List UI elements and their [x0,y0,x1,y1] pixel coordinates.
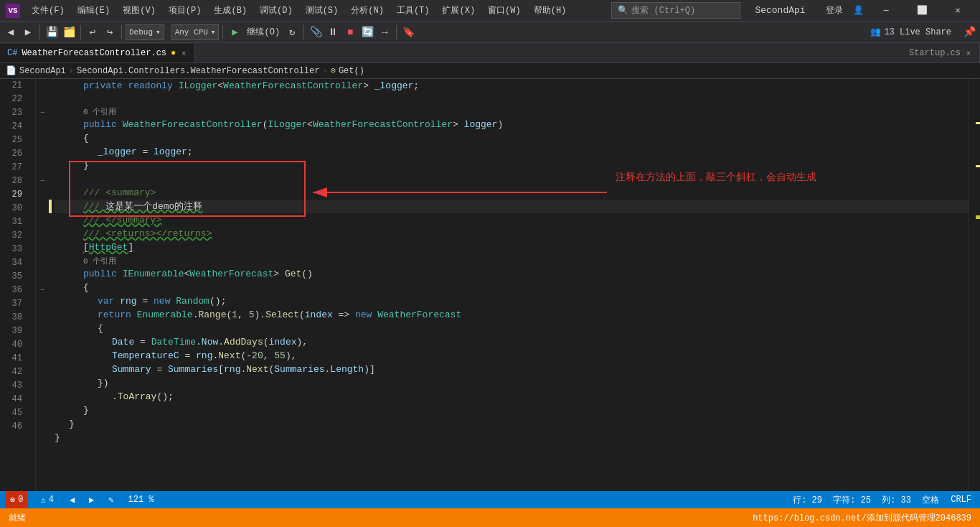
fold-22 [36,93,49,106]
forward-button[interactable]: ▶ [20,24,36,40]
search-placeholder: 搜索 (Ctrl+Q) [631,4,695,17]
code-line-43: } [55,404,969,417]
right-scrollbar[interactable] [969,79,980,491]
annotation-arrow [306,185,607,202]
search-box[interactable]: 🔍 搜索 (Ctrl+Q) [611,2,740,19]
menu-edit[interactable]: 编辑(E) [72,3,116,18]
pin-button[interactable]: 📌 [961,24,977,40]
linenum-26: 26 [0,147,28,161]
linenum-35: 35 [0,270,28,284]
close-button[interactable]: ✕ [941,0,974,22]
menu-extensions[interactable]: 扩展(X) [436,3,481,18]
restart-button[interactable]: ↻ [284,24,300,40]
linenum-30: 30 [0,202,28,215]
undo-button[interactable]: ↩ [85,24,100,40]
notif-link[interactable]: https://blog.csdn.net/添加到源代码管理2046839 [753,512,971,524]
cpu-config-dropdown[interactable]: Any CPU ▾ [171,24,220,40]
tab-bar: C# WeatherForecastController.cs ● ✕ Star… [0,43,980,63]
linenum-22: 22 [0,93,28,106]
fold-23[interactable]: − [36,106,49,120]
stepover-button[interactable]: → [377,24,392,40]
status-bar: ⊗ 0 ⚠ 4 ◀ ▶ ✎ 121 % 行: 29 字符: 25 列: 33 空… [0,491,980,508]
fold-45 [36,406,49,420]
fold-28[interactable]: − [36,174,49,188]
code-line-38: Date = DateTime.Now.AddDays(index), [55,335,969,349]
warning-marker [976,165,980,167]
tab-active-close[interactable]: ✕ [180,48,187,58]
toolbar: ◀ ▶ 💾 🗂️ ↩ ↪ Debug ▾ Any CPU ▾ ▶ 继续(O) ↻… [0,22,980,43]
save-button[interactable]: 💾 [44,24,60,40]
code-line-42: .ToArray(); [55,390,969,404]
linenum-28: 28 [0,174,28,188]
linenum-43: 43 [0,379,28,393]
linenum-46: 46 [0,420,28,434]
lint-icon[interactable]: ✎ [105,495,116,505]
attach-button[interactable]: 📎 [308,24,324,40]
fold-gutter: − − − [36,79,49,491]
code-line-46 [55,444,969,458]
fold-42 [36,365,49,379]
restore-button[interactable]: ⬜ [905,0,938,22]
restart2-button[interactable]: 🔄 [359,24,375,40]
menu-window[interactable]: 窗口(W) [482,3,527,18]
breadcrumb-project[interactable]: SecondApi [19,66,66,76]
breadcrumb-namespace[interactable]: SecondApi.Controllers.WeatherForecastCon… [77,66,319,76]
linenum-45: 45 [0,406,28,420]
code-line-32: [HttpGet] [55,241,969,254]
notif-status: 就绪 [9,512,26,524]
vs-logo-icon: VS [6,4,20,18]
fold-36[interactable]: − [36,284,49,297]
row-col: 行: 29 字符: 25 列: 33 空格 [790,494,942,506]
linenum-25: 25 [0,134,28,147]
menu-tools[interactable]: 工具(T) [391,3,435,18]
breadcrumb-bar: 📄 SecondApi › SecondApi.Controllers.Weat… [0,63,980,79]
code-line-30: /// </summary> [55,213,969,227]
code-area[interactable]: 注释在方法的上面，敲三个斜杠，会自动生成 private readonly IL… [49,79,969,491]
code-line-23: public WeatherForecastController(ILogger… [55,118,969,131]
menu-help[interactable]: 帮助(H) [528,3,573,18]
redo-button[interactable]: ↪ [102,24,118,40]
stop-button[interactable]: ■ [342,24,358,40]
current-marker [976,215,980,219]
menu-project[interactable]: 项目(P) [163,3,207,18]
title-bar: VS 文件(F) 编辑(E) 视图(V) 项目(P) 生成(B) 调试(D) 测… [0,0,980,22]
bookmark-button[interactable]: 🔖 [400,24,416,40]
menu-file[interactable]: 文件(F) [26,3,70,18]
debug-config-dropdown[interactable]: Debug ▾ [126,24,164,40]
menu-debug[interactable]: 调试(D) [254,3,298,18]
startup-tab-label: Startup.cs [909,48,961,58]
chevron-down-icon: ▾ [211,27,216,37]
encoding[interactable]: CRLF [948,495,974,505]
tab-startup-close[interactable]: ✕ [965,48,972,58]
error-count[interactable]: ⊗ 0 [6,491,27,508]
liveshare-icon: 👥 [870,27,881,37]
zoom-level[interactable]: 121 % [126,495,157,505]
pause-button[interactable]: ⏸ [325,24,341,40]
tab-active[interactable]: C# WeatherForecastController.cs ● ✕ [0,44,195,62]
liveshare-button[interactable]: 👥 13 Live Share [864,25,957,39]
minimize-button[interactable]: ─ [870,0,903,22]
code-line-26: } [55,159,969,172]
linenum-27: 27 [0,161,28,174]
run-button[interactable]: ▶ [227,24,242,40]
code-line-21: private readonly ILogger<WeatherForecast… [55,79,969,93]
breadcrumb-method[interactable]: Get() [339,66,364,76]
error-icon: ⊗ [10,495,15,505]
menu-view[interactable]: 视图(V) [117,3,161,18]
error-number: 0 [18,495,23,505]
menu-test[interactable]: 测试(S) [300,3,344,18]
nav-forward[interactable]: ▶ [86,495,97,505]
save-all-button[interactable]: 🗂️ [61,24,77,40]
code-line-25: _logger = logger; [55,145,969,159]
menu-build[interactable]: 生成(B) [208,3,253,18]
back-button[interactable]: ◀ [3,24,19,40]
tab-startup[interactable]: Startup.cs ✕ [902,44,980,62]
nav-back[interactable]: ◀ [67,495,77,505]
app-title: SecondApi [746,5,814,16]
file-icon: C# [7,48,17,58]
warning-count[interactable]: ⚠ 4 [36,491,57,508]
fold-38 [36,311,49,325]
code-line-41: }) [55,376,969,390]
fold-25 [36,134,49,147]
menu-analyze[interactable]: 分析(N) [345,3,390,18]
